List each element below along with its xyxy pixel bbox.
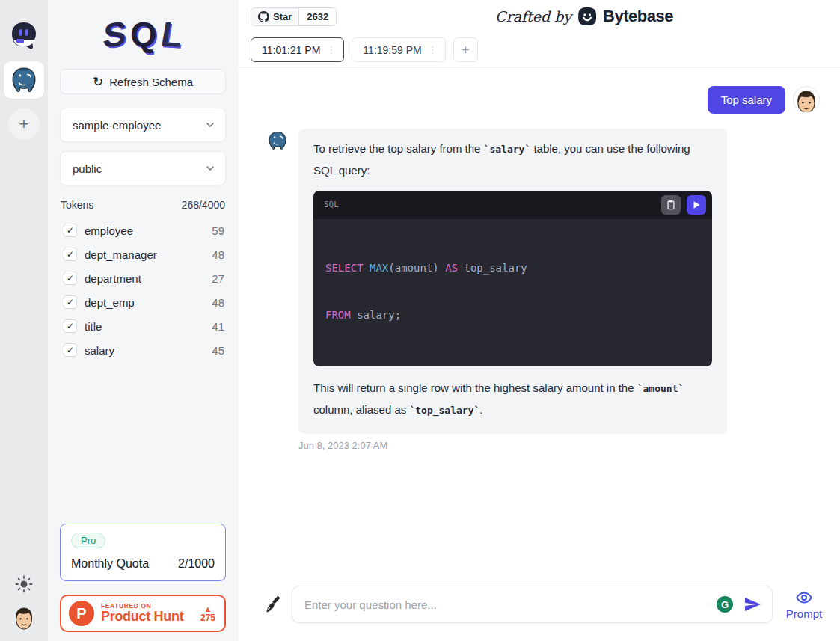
composer-bar: G Prompt [239, 578, 840, 641]
table-checkbox[interactable]: ✓ [64, 295, 77, 309]
table-token-count: 45 [212, 344, 224, 357]
github-icon [258, 11, 269, 22]
star-label: Star [273, 11, 292, 22]
table-checkbox[interactable]: ✓ [64, 272, 77, 285]
chevron-down-icon [206, 120, 215, 129]
database-select-value: sample-employee [73, 119, 161, 132]
quota-value: 2/1000 [178, 557, 215, 571]
text: . [479, 403, 482, 416]
table-checkbox[interactable]: ✓ [64, 224, 77, 237]
message-timestamp: Jun 8, 2023 2:07 AM [298, 440, 820, 451]
bot-icon [7, 19, 40, 52]
sql-text: (amount) [388, 262, 445, 274]
product-hunt-icon: P [69, 601, 94, 626]
quota-card: Pro Monthly Quota 2/1000 [60, 524, 226, 581]
logo-letter: L [159, 13, 186, 55]
table-checkbox[interactable]: ✓ [64, 248, 77, 261]
crafted-by-brand[interactable]: Crafted by Bytebase [495, 7, 673, 26]
copy-code-button[interactable] [661, 195, 681, 215]
table-checkbox[interactable]: ✓ [64, 319, 77, 333]
check-icon: ✓ [67, 225, 74, 236]
user-message-bubble: Top salary [708, 86, 785, 114]
table-name: salary [85, 344, 204, 357]
question-input[interactable] [304, 598, 706, 611]
upvote-icon: ▲ [200, 605, 215, 613]
check-icon: ✓ [67, 321, 74, 331]
inline-code: `amount` [637, 383, 684, 394]
broom-icon [263, 595, 281, 614]
logo-letter: Q [129, 13, 158, 55]
table-name: employee [85, 224, 204, 237]
table-checkbox[interactable]: ✓ [64, 343, 77, 357]
table-row: ✓ title 41 [60, 314, 226, 338]
run-query-button[interactable] [687, 195, 706, 215]
postgres-icon [10, 66, 38, 94]
kebab-menu-icon[interactable]: ⋮ [428, 44, 438, 55]
theme-toggle-button[interactable] [15, 575, 33, 593]
schema-select[interactable]: public [60, 151, 226, 185]
assistant-message-row: To retrieve the top salary from the `sal… [267, 129, 820, 434]
chat-area: Top salary To retrieve the top sa [239, 68, 840, 578]
tokens-summary: Tokens 268/4000 [60, 194, 226, 218]
add-connection-button[interactable]: + [8, 108, 40, 140]
schema-select-value: public [73, 162, 102, 175]
kebab-menu-icon[interactable]: ⋮ [326, 44, 336, 55]
table-token-count: 59 [212, 224, 224, 237]
conversation-tab[interactable]: 11:19:59 PM ⋮ [352, 37, 445, 62]
refresh-schema-label: Refresh Schema [109, 76, 193, 88]
prompt-button[interactable]: Prompt [783, 589, 825, 620]
conversation-tab-active[interactable]: 11:01:21 PM ⋮ [251, 37, 344, 62]
quota-label: Monthly Quota [71, 557, 149, 571]
upvote-count: 275 [200, 613, 215, 622]
clear-conversation-button[interactable] [263, 595, 281, 614]
question-input-box: G [292, 586, 773, 623]
bytebase-brand-name: Bytebase [603, 7, 673, 26]
grammarly-icon[interactable]: G [717, 596, 733, 613]
check-icon: ✓ [67, 249, 74, 260]
refresh-schema-button[interactable]: ↻ Refresh Schema [60, 69, 226, 94]
text: To retrieve the top salary from the [313, 142, 484, 155]
table-row: ✓ dept_emp 48 [60, 290, 226, 314]
star-left: Star [251, 8, 299, 25]
sql-text: top_salary [458, 262, 527, 274]
sql-keyword: AS [445, 262, 458, 274]
user-face-icon [12, 605, 36, 631]
table-name: dept_manager [85, 248, 204, 261]
sidebar-spacer [60, 362, 226, 524]
play-icon [692, 200, 701, 209]
check-icon: ✓ [67, 345, 74, 355]
code-line: FROM salary; [325, 307, 700, 323]
user-account-avatar[interactable] [12, 605, 36, 631]
connection-postgres-selected[interactable] [4, 61, 44, 99]
inline-code: `top_salary` [409, 405, 479, 416]
inline-code: `salary` [484, 144, 531, 155]
table-row: ✓ salary 45 [60, 338, 226, 362]
database-select[interactable]: sample-employee [60, 108, 226, 142]
plus-icon: + [462, 42, 470, 58]
product-hunt-name: Product Hunt [101, 610, 194, 624]
tokens-value: 268/4000 [182, 199, 225, 211]
product-hunt-texts: FEATURED ON Product Hunt [101, 603, 194, 624]
github-star-button[interactable]: Star 2632 [251, 7, 337, 26]
eye-icon [795, 589, 813, 607]
new-conversation-button[interactable]: + [453, 37, 478, 62]
text: This will return a single row with the h… [313, 381, 637, 394]
table-token-count: 48 [212, 296, 224, 309]
table-token-count: 41 [212, 320, 224, 333]
refresh-icon: ↻ [93, 76, 103, 88]
table-row: ✓ dept_manager 48 [60, 242, 226, 266]
upvote-block: ▲ 275 [200, 605, 215, 622]
product-hunt-badge[interactable]: P FEATURED ON Product Hunt ▲ 275 [60, 595, 226, 632]
send-button[interactable] [744, 595, 761, 613]
table-token-count: 48 [212, 248, 224, 261]
sql-keyword: SELECT [325, 262, 370, 274]
table-name: title [85, 320, 204, 333]
sqlchat-bot-avatar[interactable] [7, 19, 40, 52]
grammarly-letter: G [721, 599, 729, 610]
clipboard-icon [666, 200, 676, 210]
assistant-avatar [267, 130, 288, 151]
tab-label: 11:01:21 PM [262, 44, 320, 56]
code-line: SELECT MAX(amount) AS top_salary [325, 260, 700, 276]
table-row: ✓ department 27 [60, 266, 226, 290]
sql-keyword: FROM [325, 309, 351, 321]
